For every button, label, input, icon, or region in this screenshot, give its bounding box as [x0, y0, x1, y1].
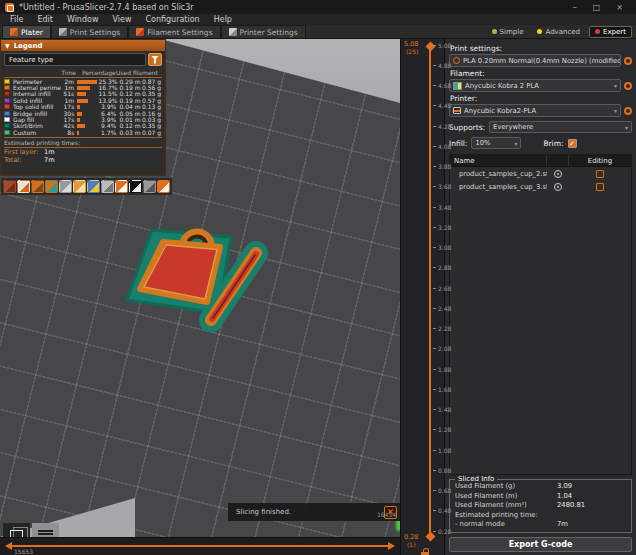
tick-mark: [433, 409, 436, 410]
edit-layers-icon[interactable]: [596, 170, 604, 178]
layer-tick: 4.28: [433, 123, 451, 129]
layer-tick: 4.48: [433, 103, 451, 109]
editor-view-button[interactable]: [3, 523, 30, 537]
close-button[interactable]: ×: [616, 3, 623, 12]
menu-item[interactable]: Help: [207, 15, 239, 24]
feature-color-swatch: [4, 104, 10, 109]
object-row[interactable]: product_samples_cup_2.stl: [450, 167, 631, 180]
layer-tick: 5.08: [433, 42, 451, 48]
mode-button[interactable]: Advanced: [532, 27, 585, 37]
layers-icon: [38, 530, 53, 537]
search[interactable]: [157, 180, 170, 193]
layer-slider-top-value: 5.08: [404, 40, 418, 48]
copy[interactable]: [59, 180, 72, 193]
feature-color-swatch: [4, 130, 10, 135]
settings-tab[interactable]: Print Settings: [51, 25, 128, 38]
tick-mark: [433, 207, 436, 208]
layer-tick: 3.08: [433, 245, 451, 251]
mode-button[interactable]: Expert: [589, 26, 632, 38]
hslider-right-handle[interactable]: [388, 542, 395, 550]
legend-header[interactable]: ▼ Legend: [1, 40, 165, 51]
edit-print-settings-icon[interactable]: [624, 57, 632, 65]
menu-item[interactable]: Window: [60, 15, 106, 24]
percentage-bar: [77, 99, 88, 103]
legend-panel: ▼ Legend Feature type Time Percentage: [0, 39, 166, 176]
supports-dropdown[interactable]: Everywhere ▾: [489, 121, 632, 133]
printer-dropdown[interactable]: Anycubic Kobra2-PLA ▾: [449, 104, 621, 117]
hslider-track[interactable]: [12, 545, 388, 547]
eye-icon[interactable]: [554, 183, 562, 191]
menu-item[interactable]: Configuration: [138, 15, 206, 24]
sliced-info-title: Sliced Info: [455, 475, 497, 483]
brim-checkbox[interactable]: ✓: [568, 139, 577, 148]
tick-mark: [433, 328, 436, 329]
layer-slider-top-layer: (25): [406, 48, 418, 55]
tick-mark: [433, 227, 436, 228]
cube-icon: [10, 530, 23, 537]
object-row[interactable]: product_samples_cup_3.stl: [450, 180, 631, 193]
layer-tick: 1.48: [433, 407, 451, 413]
hslider-left-handle[interactable]: [5, 542, 12, 550]
delete[interactable]: [17, 180, 30, 193]
tick-mark: [433, 166, 436, 167]
infill-dropdown[interactable]: 10% ▾: [471, 137, 521, 149]
layer-tick: 3.48: [433, 204, 451, 210]
percentage-bar: [77, 124, 85, 128]
feature-color-swatch: [4, 79, 10, 84]
tab-icon: [136, 28, 144, 36]
estimated-times-title: Estimated printing times:: [4, 137, 162, 148]
filament-dropdown[interactable]: Anycubic Kobra 2 PLA ▾: [449, 79, 621, 92]
prusaslicer-logo-icon: [5, 3, 14, 12]
edit-layers-icon[interactable]: [596, 183, 604, 191]
tick-mark: [433, 126, 436, 127]
settings-tab[interactable]: Filament Settings: [128, 25, 220, 38]
window-title: *Untitled - PrusaSlicer-2.7.4 based on S…: [19, 3, 194, 12]
split-to-objects[interactable]: [115, 180, 128, 193]
add-instance[interactable]: [87, 180, 100, 193]
menu-item[interactable]: View: [105, 15, 138, 24]
mode-dot-icon: [537, 29, 542, 34]
add[interactable]: [3, 180, 16, 193]
export-gcode-button[interactable]: Export G-code: [449, 537, 632, 552]
menu-item[interactable]: Edit: [30, 15, 60, 24]
edit-printer-icon[interactable]: [624, 107, 632, 115]
layer-tick: 1.68: [433, 386, 451, 392]
minimize-button[interactable]: –: [573, 3, 577, 12]
feature-color-swatch: [4, 85, 10, 90]
print-settings-dropdown[interactable]: PLA 0.20mm Normal(0.4mm Nozzle) (modifie…: [449, 54, 621, 67]
percentage-bar: [77, 80, 97, 84]
settings-tab[interactable]: Printer Settings: [221, 25, 306, 38]
settings-tab[interactable]: Plater: [2, 25, 51, 38]
menu-item[interactable]: File: [3, 15, 30, 24]
split-to-parts[interactable]: [129, 180, 142, 193]
layer-tick: 3.88: [433, 164, 451, 170]
tick-mark: [433, 65, 436, 66]
mode-button[interactable]: Simple: [487, 27, 529, 37]
filter-funnel-icon[interactable]: [148, 53, 162, 66]
print-settings-label: Print settings:: [450, 44, 632, 53]
layer-tick: 1.88: [433, 366, 451, 372]
object-list-header: Name Editing: [450, 155, 631, 167]
collapse-arrow-icon: ▼: [5, 42, 10, 49]
tab-icon: [10, 28, 18, 36]
chevron-down-icon: ▾: [614, 82, 617, 89]
variable-layer-height[interactable]: [143, 180, 156, 193]
preview-view-button[interactable]: [32, 523, 59, 537]
layer-slider-bottom-layer: (1): [407, 541, 416, 548]
eye-icon[interactable]: [554, 170, 562, 178]
arrange[interactable]: [45, 180, 58, 193]
tab-bar: Plater Print Settings Filament Settings …: [0, 25, 636, 39]
maximize-button[interactable]: □: [593, 3, 601, 12]
tick-mark: [433, 369, 436, 370]
view-toolbar: [3, 523, 59, 537]
layer-slider-track[interactable]: [429, 47, 431, 533]
edit-filament-icon[interactable]: [624, 82, 632, 90]
feature-type-dropdown[interactable]: Feature type: [4, 53, 146, 66]
paste[interactable]: [73, 180, 86, 193]
sliced-info-row: - normal mode 7m: [455, 520, 626, 530]
tab-icon: [229, 28, 237, 36]
filament-label: Filament:: [450, 69, 632, 78]
3d-viewport[interactable]: ▼ Legend Feature type Time Percentage: [0, 39, 400, 537]
delete-all[interactable]: [31, 180, 44, 193]
remove-instance[interactable]: [101, 180, 114, 193]
